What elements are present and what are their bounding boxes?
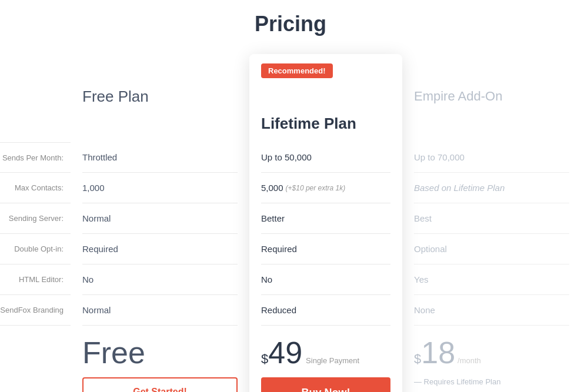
empire-optin: Optional: [414, 234, 569, 264]
empire-sends: Up to 70,000: [414, 142, 569, 173]
lifetime-plan-column: Recommended! Lifetime Plan Up to 50,000 …: [249, 54, 402, 392]
free-plan-column: Free Plan Throttled 1,000 Normal Require…: [71, 60, 249, 392]
lifetime-price-label: Single Payment: [306, 356, 359, 365]
empire-plan-header: Empire Add-On: [414, 60, 569, 142]
lifetime-price-section: $ 49 Single Payment Buy Now!: [261, 337, 390, 392]
free-optin: Required: [82, 234, 238, 264]
empire-price: $ 18 /month: [414, 337, 481, 368]
empire-price-section: $ 18 /month — Requires Lifetime Plan: [414, 337, 569, 386]
free-price-section: Free Get Started!: [82, 337, 238, 392]
buy-now-button[interactable]: Buy Now!: [261, 377, 390, 392]
lifetime-branding: Reduced: [261, 295, 390, 326]
empire-requires-note: — Requires Lifetime Plan: [414, 377, 500, 386]
lifetime-contacts: 5,000 (+$10 per extra 1k): [261, 173, 390, 203]
label-server: Sending Server:: [0, 203, 71, 234]
lifetime-contacts-value: 5,000: [261, 183, 283, 193]
recommended-badge: Recommended!: [261, 63, 333, 78]
pricing-table: Sends Per Month: Max Contacts: Sending S…: [0, 60, 581, 392]
empire-amount: 18: [421, 337, 455, 368]
free-plan-header: Free Plan: [82, 60, 238, 142]
free-sends: Throttled: [82, 142, 238, 173]
lifetime-contacts-extra: (+$10 per extra 1k): [286, 184, 346, 192]
lifetime-editor: No: [261, 264, 390, 295]
empire-contacts: Based on Lifetime Plan: [414, 173, 569, 203]
page-title: Pricing: [255, 12, 326, 36]
get-started-button[interactable]: Get Started!: [82, 377, 238, 392]
row-labels: Sends Per Month: Max Contacts: Sending S…: [0, 60, 71, 326]
empire-note-text: — Requires Lifetime Plan: [414, 377, 500, 386]
lifetime-amount: 49: [268, 337, 302, 368]
label-editor: HTML Editor:: [0, 264, 71, 295]
label-contacts: Max Contacts:: [0, 173, 71, 203]
empire-dollar: $: [414, 351, 421, 367]
lifetime-plan-name: Lifetime Plan: [261, 115, 390, 133]
free-plan-name: Free Plan: [82, 88, 238, 106]
empire-server: Best: [414, 203, 569, 234]
lifetime-price: $ 49 Single Payment: [261, 337, 359, 368]
label-optin: Double Opt-in:: [0, 234, 71, 264]
free-editor: No: [82, 264, 238, 295]
lifetime-dollar: $: [261, 351, 268, 367]
free-contacts: 1,000: [82, 173, 238, 203]
empire-plan-name: Empire Add-On: [414, 89, 569, 104]
empire-price-label: /month: [458, 356, 481, 365]
free-branding: Normal: [82, 295, 238, 326]
free-server: Normal: [82, 203, 238, 234]
empire-branding: None: [414, 295, 569, 326]
empire-plan-column: Empire Add-On Up to 70,000 Based on Life…: [402, 60, 581, 386]
lifetime-optin: Required: [261, 234, 390, 264]
free-price-amount: Free: [82, 337, 145, 368]
lifetime-server: Better: [261, 203, 390, 234]
empire-editor: Yes: [414, 264, 569, 295]
label-branding: SendFox Branding: [0, 295, 71, 326]
free-price: Free: [82, 337, 145, 368]
label-sends: Sends Per Month:: [0, 142, 71, 173]
lifetime-sends: Up to 50,000: [261, 142, 390, 173]
